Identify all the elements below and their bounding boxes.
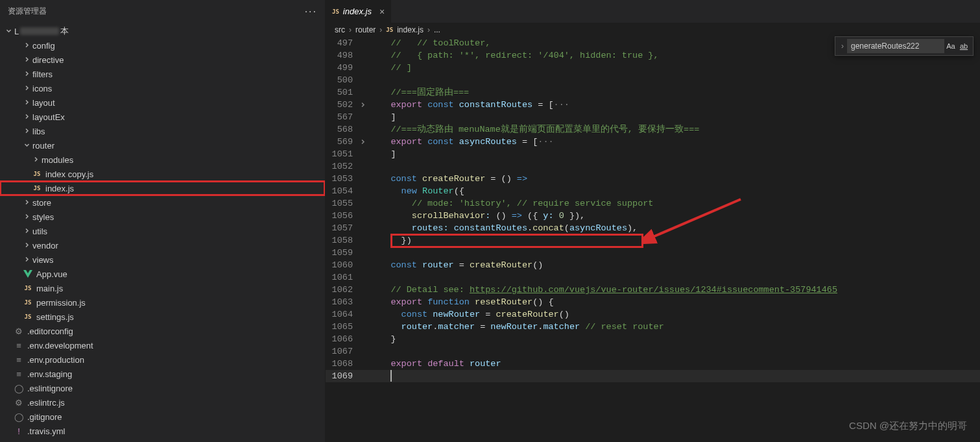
code-content[interactable]: [367, 247, 370, 259]
tree-folder[interactable]: libs: [0, 124, 325, 138]
code-content[interactable]: export const constantRoutes = [···: [367, 99, 569, 111]
code-line[interactable]: 1058 }): [326, 234, 980, 247]
tree-folder[interactable]: router: [0, 138, 325, 153]
code-editor[interactable]: 497 // // toolRouter,498 // { path: '*',…: [326, 37, 980, 442]
code-line[interactable]: 1068 export default router: [326, 358, 980, 370]
code-content[interactable]: const newRouter = createRouter(): [367, 308, 569, 321]
code-line[interactable]: 1056 scrollBehavior: () => ({ y: 0 }),: [326, 210, 980, 222]
tree-file[interactable]: App.vue: [0, 267, 325, 281]
code-line[interactable]: 1062 // Detail see: https://github.com/v…: [326, 284, 980, 296]
tree-folder[interactable]: directive: [0, 53, 325, 67]
code-content[interactable]: // { path: '*', redirect: '/404', hidden…: [367, 49, 659, 62]
code-line[interactable]: 1059: [326, 247, 980, 259]
code-content[interactable]: }): [367, 234, 412, 247]
match-word-icon[interactable]: ab: [957, 40, 970, 53]
tree-folder[interactable]: config: [0, 38, 325, 53]
code-line[interactable]: 569 export const asyncRoutes = [···: [326, 136, 980, 148]
code-line[interactable]: 1051 ]: [326, 148, 980, 160]
tree-file[interactable]: ◯.eslintignore: [0, 381, 325, 395]
code-line[interactable]: 1052: [326, 160, 980, 173]
code-content[interactable]: export default router: [367, 358, 501, 370]
code-line[interactable]: 501 //===固定路由===: [326, 86, 980, 99]
code-content[interactable]: //===固定路由===: [367, 86, 469, 99]
tree-file[interactable]: ◯.gitignore: [0, 410, 325, 424]
find-widget[interactable]: › Aa ab: [835, 36, 974, 56]
code-content[interactable]: ]: [367, 148, 396, 160]
tree-folder[interactable]: layout: [0, 95, 325, 110]
tree-file[interactable]: ≡.env.development: [0, 338, 325, 352]
tab-index-js[interactable]: JS index.js ×: [326, 0, 391, 23]
tree-file[interactable]: JSsettings.js: [0, 310, 325, 324]
code-content[interactable]: const router = createRouter(): [367, 259, 543, 271]
match-case-icon[interactable]: Aa: [944, 40, 957, 53]
breadcrumb-segment[interactable]: router: [355, 25, 376, 34]
code-content[interactable]: const createRouter = () =>: [367, 173, 527, 185]
code-line[interactable]: 500: [326, 74, 980, 86]
code-content[interactable]: // mode: 'history', // require service s…: [367, 197, 653, 210]
tree-file[interactable]: ≡.env.staging: [0, 367, 325, 381]
breadcrumb-segment[interactable]: index.js: [397, 25, 424, 34]
tree-file[interactable]: !.travis.yml: [0, 424, 325, 438]
tree-file[interactable]: JSindex copy.js: [0, 167, 325, 181]
tree-folder[interactable]: utils: [0, 224, 325, 238]
code-line[interactable]: 1054 new Router({: [326, 185, 980, 197]
code-line[interactable]: 1055 // mode: 'history', // require serv…: [326, 197, 980, 210]
tree-folder[interactable]: store: [0, 195, 325, 210]
tree-file[interactable]: ⚙.eslintrc.js: [0, 395, 325, 410]
code-content[interactable]: [367, 370, 392, 382]
breadcrumb-segment[interactable]: ...: [434, 25, 440, 34]
code-content[interactable]: // // toolRouter,: [367, 37, 490, 49]
tree-file[interactable]: ≡.env.production: [0, 352, 325, 367]
find-input[interactable]: [847, 39, 944, 53]
breadcrumb-segment[interactable]: src: [335, 25, 345, 34]
code-line[interactable]: 568 //===动态路由 menuName就是前端页面配置菜单里的代号, 要保…: [326, 123, 980, 136]
code-content[interactable]: export function resetRouter() {: [367, 296, 554, 308]
code-content[interactable]: // ]: [367, 62, 412, 74]
code-content[interactable]: ]: [367, 111, 396, 123]
tree-file[interactable]: JSpermission.js: [0, 295, 325, 310]
code-content[interactable]: }: [367, 333, 396, 345]
code-content[interactable]: router.matcher = newRouter.matcher // re…: [367, 321, 664, 333]
code-line[interactable]: 1067: [326, 345, 980, 358]
explorer-more-icon[interactable]: ···: [305, 6, 317, 18]
code-line[interactable]: 1069: [326, 370, 980, 382]
tree-folder[interactable]: views: [0, 252, 325, 267]
tree-file[interactable]: JSmain.js: [0, 281, 325, 295]
code-line[interactable]: 1053 const createRouter = () =>: [326, 173, 980, 185]
tree-folder[interactable]: layoutEx: [0, 110, 325, 124]
tree-root[interactable]: L 本: [0, 24, 325, 38]
code-line[interactable]: 567 ]: [326, 111, 980, 123]
tree-folder[interactable]: icons: [0, 81, 325, 95]
tree-file[interactable]: JSindex.js: [0, 181, 325, 195]
code-line[interactable]: 499 // ]: [326, 62, 980, 74]
fold-gutter[interactable]: [358, 99, 367, 111]
close-tab-icon[interactable]: ×: [379, 6, 385, 17]
code-line[interactable]: 1066 }: [326, 333, 980, 345]
code-line[interactable]: 1057 routes: constantRoutes.concat(async…: [326, 222, 980, 234]
code-line[interactable]: 502 export const constantRoutes = [···: [326, 99, 980, 111]
breadcrumb[interactable]: src› router› JS index.js› ...: [326, 23, 980, 37]
code-line[interactable]: 1063 export function resetRouter() {: [326, 296, 980, 308]
code-content[interactable]: [367, 271, 370, 284]
code-line[interactable]: 1061: [326, 271, 980, 284]
expand-replace-icon[interactable]: ›: [838, 42, 847, 51]
code-content[interactable]: scrollBehavior: () => ({ y: 0 }),: [367, 210, 585, 222]
tree-folder[interactable]: vendor: [0, 238, 325, 252]
code-content[interactable]: [367, 160, 370, 173]
code-content[interactable]: // Detail see: https://github.com/vuejs/…: [367, 284, 837, 296]
explorer-panel: 资源管理器 ··· L 本 configdirectivefiltersicon…: [0, 0, 326, 442]
code-content[interactable]: routes: constantRoutes.concat(asyncRoute…: [367, 222, 638, 234]
tree-file[interactable]: ⚙.editorconfig: [0, 324, 325, 338]
fold-gutter[interactable]: [358, 136, 367, 148]
code-content[interactable]: [367, 74, 370, 86]
code-line[interactable]: 1065 router.matcher = newRouter.matcher …: [326, 321, 980, 333]
code-content[interactable]: [367, 345, 370, 358]
code-content[interactable]: //===动态路由 menuName就是前端页面配置菜单里的代号, 要保持一致=…: [367, 123, 699, 136]
tree-folder[interactable]: styles: [0, 210, 325, 224]
code-line[interactable]: 1064 const newRouter = createRouter(): [326, 308, 980, 321]
code-content[interactable]: export const asyncRoutes = [···: [367, 136, 554, 148]
code-content[interactable]: new Router({: [367, 185, 464, 197]
code-line[interactable]: 1060 const router = createRouter(): [326, 259, 980, 271]
tree-folder[interactable]: filters: [0, 67, 325, 81]
tree-folder[interactable]: modules: [0, 153, 325, 167]
